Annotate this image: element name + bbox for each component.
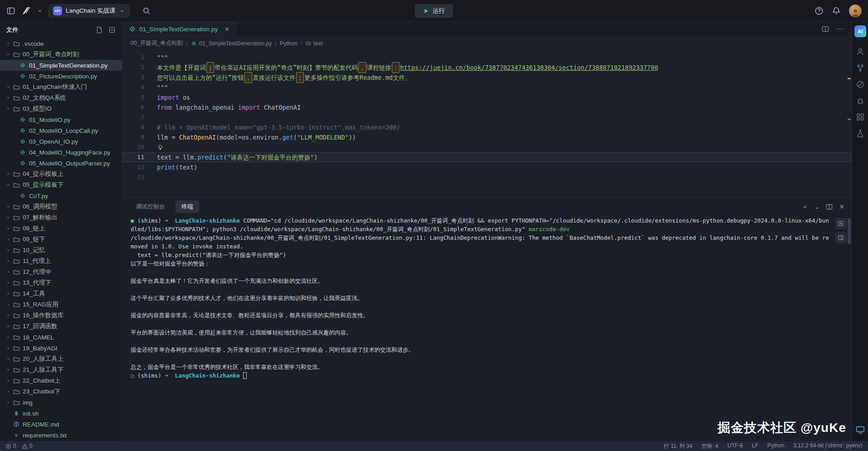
problems-warnings[interactable]: 0 <box>22 443 33 449</box>
code-editor[interactable]: 1"""2本文件是【开篇词｜带你亲证AI应用开发的“奇点”时刻】章节的配套代码，… <box>122 50 852 198</box>
terminal-scrollbar[interactable] <box>848 218 851 244</box>
tab-terminal[interactable]: 终端 <box>176 200 199 213</box>
tab-debug-console[interactable]: 调试控制台 <box>130 200 171 213</box>
tree-folder-16_操作数据库[interactable]: 16_操作数据库 <box>0 310 122 321</box>
tree-folder-02_文档QA系统[interactable]: 02_文档QA系统 <box>0 92 122 103</box>
open-editor-icon[interactable] <box>835 232 846 243</box>
line-number: 7 <box>122 112 144 122</box>
bug-icon[interactable] <box>856 96 865 105</box>
terminal-line: 总之，掘金平台是一个非常优秀的技术社区，我非常喜欢在这里学习和交流。 <box>131 363 831 371</box>
tree-file-02_PictureDescription.py[interactable]: 02_PictureDescription.py <box>0 71 122 82</box>
git-branch-icon[interactable] <box>856 63 865 73</box>
split-editor-icon[interactable] <box>822 25 829 33</box>
remote-display-icon[interactable] <box>855 425 865 435</box>
beaker-icon[interactable] <box>856 129 865 138</box>
problems-errors[interactable]: 0 <box>5 443 16 449</box>
tree-file-README.md[interactable]: ⓘREADME.md <box>0 419 122 430</box>
help-icon[interactable] <box>814 6 824 15</box>
close-panel-icon[interactable]: ✕ <box>839 204 844 210</box>
tree-folder-14_工具[interactable]: 14_工具 <box>0 288 122 299</box>
extensions-grid-icon[interactable] <box>856 112 865 121</box>
user-avatar[interactable] <box>849 5 862 17</box>
tree-folder-18_CAMEL[interactable]: 18_CAMEL <box>0 332 122 343</box>
tree-folder-22_Chatbot上[interactable]: 22_Chatbot上 <box>0 375 122 386</box>
tree-folder-19_BabyAGI[interactable]: 19_BabyAGI <box>0 343 122 354</box>
project-switcher[interactable]: </> LangChain 实战课 <box>48 4 130 18</box>
tree-folder-04_提示模板上[interactable]: 04_提示模板上 <box>0 169 122 179</box>
tree-folder-08_链上[interactable]: 08_链上 <box>0 223 122 234</box>
chevron-right-icon <box>5 355 12 363</box>
run-button[interactable]: 运行 <box>415 4 453 18</box>
status-eol[interactable]: LF <box>752 442 758 450</box>
tree-item-label: 04_提示模板上 <box>23 170 63 178</box>
tree-folder-07_解析输出[interactable]: 07_解析输出 <box>0 212 122 223</box>
status-cursor-position[interactable]: 行 11, 列 34 <box>663 442 692 450</box>
breadcrumb-item-01_SimpleTextGeneration.py[interactable]: 01_SimpleTextGeneration.py <box>191 40 272 47</box>
tree-folder-10_记忆[interactable]: 10_记忆 <box>0 245 122 256</box>
tree-folder-06_调用模型[interactable]: 06_调用模型 <box>0 201 122 212</box>
new-file-icon[interactable] <box>96 26 103 34</box>
tree-item-label: 06_调用模型 <box>23 203 58 211</box>
terminal-dropdown-icon[interactable]: ⌄ <box>814 204 820 210</box>
status-indentation[interactable]: 空格: 4 <box>702 442 718 450</box>
ai-assistant-icon[interactable]: AI <box>854 25 866 37</box>
chevron-right-icon <box>5 399 12 406</box>
python-file-icon <box>19 192 26 199</box>
tree-folder-20_人脉工具上[interactable]: 20_人脉工具上 <box>0 354 122 364</box>
chevron-down-icon[interactable] <box>37 8 43 14</box>
tree-folder-01_LangChain快速入门[interactable]: 01_LangChain快速入门 <box>0 82 122 92</box>
more-actions-icon[interactable]: ⋯ <box>836 25 844 33</box>
breadcrumb-item-Python[interactable]: Python <box>280 40 297 47</box>
tree-folder-15_RAG应用[interactable]: 15_RAG应用 <box>0 299 122 310</box>
tree-folder-img[interactable]: img <box>0 397 122 408</box>
python-file-icon <box>19 160 26 167</box>
tree-file-04_ModelIO_HuggingFace.py[interactable]: 04_ModelIO_HuggingFace.py <box>0 147 122 158</box>
code-line-3: 3您可以点击最上方的“运行”按钮，直接运行该文件；更多操作指引请参考Readme… <box>122 73 852 82</box>
tree-folder-.vscode[interactable]: .vscode <box>0 38 122 49</box>
tree-file-CoT.py[interactable]: CoT.py <box>0 190 122 201</box>
search-icon[interactable] <box>142 7 151 15</box>
tree-folder-03_模型IO[interactable]: 03_模型IO <box>0 103 122 114</box>
collapse-folders-icon[interactable] <box>108 26 116 34</box>
split-panel-icon[interactable] <box>826 204 833 210</box>
tree-folder-21_人脉工具下[interactable]: 21_人脉工具下 <box>0 364 122 375</box>
marscode-logo-icon[interactable] <box>21 5 32 16</box>
breadcrumb-item-text[interactable]: text <box>305 40 322 47</box>
tree-folder-09_链下[interactable]: 09_链下 <box>0 234 122 245</box>
run-circle-icon[interactable] <box>856 80 865 89</box>
tree-file-03_OpenAI_IO.py[interactable]: 03_OpenAI_IO.py <box>0 136 122 147</box>
tree-file-01_ModelIO.py[interactable]: 01_ModelIO.py <box>0 114 122 125</box>
line-number: 1 <box>122 53 144 63</box>
lightbulb-icon[interactable] <box>157 144 164 151</box>
tree-file-requirements.txt[interactable]: ≡requirements.txt <box>0 430 122 441</box>
user-icon[interactable] <box>856 47 865 56</box>
tree-folder-05_提示模板下[interactable]: 05_提示模板下 <box>0 179 122 190</box>
breadcrumb[interactable]: 00_开篇词_奇点时刻/01_SimpleTextGeneration.py/P… <box>122 37 852 50</box>
tree-folder-00_开篇词_奇点时刻[interactable]: 00_开篇词_奇点时刻 <box>0 49 122 60</box>
status-language[interactable]: Python <box>767 442 784 450</box>
tree-folder-11_代理上[interactable]: 11_代理上 <box>0 256 122 267</box>
tree-file-05_ModelIO_OutputParser.py[interactable]: 05_ModelIO_OutputParser.py <box>0 158 122 169</box>
tree-file-02_ModelIO_LoopCall.py[interactable]: 02_ModelIO_LoopCall.py <box>0 125 122 136</box>
tab-01_SimpleTextGeneration[interactable]: 01_SimpleTextGeneration.py ✕ <box>122 22 236 36</box>
terminal-output[interactable]: ● (shims) ➜ LangChain-shizhanke COMMAND=… <box>122 215 852 441</box>
chevron-right-icon <box>5 94 12 102</box>
status-interpreter[interactable]: 3.12.2 64-bit ('shims': pyenv) <box>793 442 863 450</box>
breadcrumb-item-00_开篇词_奇点时刻[interactable]: 00_开篇词_奇点时刻 <box>131 39 183 47</box>
tree-folder-23_Chatbot下[interactable]: 23_Chatbot下 <box>0 386 122 397</box>
warning-triangle-icon <box>22 443 28 449</box>
tree-file-01_SimpleTextGeneration.py[interactable]: 01_SimpleTextGeneration.py <box>0 60 122 71</box>
tree-folder-13_代理下[interactable]: 13_代理下 <box>0 277 122 288</box>
notifications-bell-icon[interactable] <box>832 6 841 15</box>
new-terminal-icon[interactable]: ＋ <box>802 204 808 210</box>
add-square-icon[interactable] <box>835 218 846 229</box>
chevron-right-icon <box>5 323 12 330</box>
terminal-line: ● (shims) ➜ LangChain-shizhanke COMMAND=… <box>131 216 831 233</box>
tree-folder-12_代理中[interactable]: 12_代理中 <box>0 267 122 277</box>
line-number: 8 <box>122 122 144 132</box>
tree-file-init.sh[interactable]: $init.sh <box>0 408 122 419</box>
menu-icon[interactable] <box>6 6 15 15</box>
close-icon[interactable]: ✕ <box>224 26 229 33</box>
status-encoding[interactable]: UTF-8 <box>727 442 743 450</box>
tree-folder-17_回调函数[interactable]: 17_回调函数 <box>0 321 122 332</box>
